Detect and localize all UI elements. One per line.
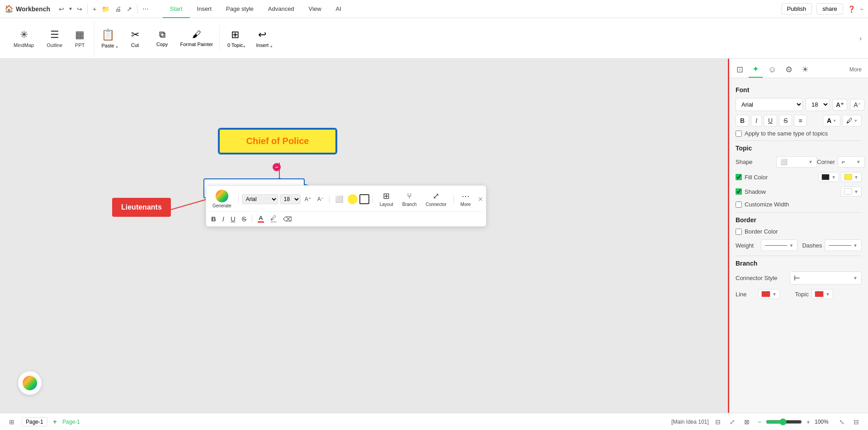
weight-select[interactable]: ───── ▼ — [761, 239, 798, 251]
sidebar-toggle-button[interactable]: ⊞ — [6, 417, 17, 426]
line-color-select[interactable]: ▼ — [758, 289, 780, 299]
cut-tool[interactable]: ✂ Cut — [122, 27, 149, 50]
fit-page-button[interactable]: ⊟ — [712, 417, 723, 426]
canvas[interactable]: Chief of Police − Lieutenants Generate A… — [0, 59, 728, 413]
tab-page-style[interactable]: Page style — [219, 0, 261, 18]
fill-color-yellow-swatch[interactable]: ▼ — [841, 172, 862, 182]
float-underline-button[interactable]: U — [228, 214, 238, 224]
fit-screen-button[interactable]: ⤡ — [836, 417, 847, 426]
shape-select[interactable]: ⬜ ▼ — [776, 156, 817, 168]
insert-tool[interactable]: ↩ Insert ▼ — [249, 27, 276, 50]
shadow-color-select[interactable]: ▼ — [841, 187, 862, 196]
float-eraser-button[interactable]: ⌫ — [281, 214, 294, 224]
underline-button[interactable]: U — [764, 115, 777, 126]
fill-color-checkbox[interactable] — [736, 174, 742, 180]
ppt-view-button[interactable]: ▦ PPT — [70, 26, 90, 51]
border-color-checkbox[interactable] — [736, 229, 742, 235]
apply-same-type-checkbox[interactable] — [736, 131, 742, 137]
float-layout-item[interactable]: ⊞ Layout — [376, 190, 397, 208]
mindmap-view-button[interactable]: ✳ MindMap — [8, 26, 39, 51]
current-page-label[interactable]: Page-1 — [62, 419, 80, 425]
lt-node[interactable]: Lieutenants — [112, 198, 171, 217]
float-bold-button[interactable]: B — [209, 214, 218, 224]
connector-style-select[interactable]: ⊢ ▼ — [790, 271, 862, 285]
view-toggle-button[interactable]: ⊠ — [741, 417, 752, 426]
shadow-checkbox[interactable] — [736, 188, 742, 195]
tab-start[interactable]: Start — [163, 0, 189, 18]
pen-color-bar — [270, 221, 277, 223]
print[interactable]: 🖨 — [113, 4, 123, 14]
panel-tab-settings[interactable]: ⚙ — [782, 62, 796, 77]
open-file[interactable]: 📁 — [99, 4, 112, 14]
customize-width-checkbox[interactable] — [736, 201, 742, 208]
expand-button[interactable]: ⊟ — [851, 417, 862, 426]
format-painter-tool[interactable]: 🖌 Format Painter — [176, 28, 218, 49]
tab-insert[interactable]: Insert — [190, 0, 219, 18]
export[interactable]: ↗ — [124, 4, 134, 14]
fill-color-black-swatch[interactable]: ▼ — [818, 172, 839, 182]
copy-tool[interactable]: ⧉ Copy — [149, 28, 176, 49]
zoom-slider[interactable] — [766, 418, 802, 425]
tab-ai[interactable]: AI — [329, 0, 349, 18]
font-increase-btn[interactable]: A⁺ — [832, 99, 847, 111]
float-font-color-button[interactable]: A — [255, 214, 266, 224]
bold-button[interactable]: B — [736, 115, 749, 126]
publish-button[interactable]: Publish — [781, 3, 812, 14]
pen-button[interactable]: 🖊 ▼ — [842, 115, 862, 126]
chief-node[interactable]: Chief of Police — [219, 129, 336, 154]
panel-more-button[interactable]: More — [847, 65, 864, 75]
topic-color-select[interactable]: ▼ — [811, 289, 833, 299]
float-size-select[interactable]: 18 — [280, 194, 301, 204]
float-fill-button[interactable] — [348, 194, 358, 204]
font-decrease-button[interactable]: A⁻ — [315, 195, 326, 203]
zoom-in-button[interactable]: + — [805, 417, 812, 426]
float-more-item[interactable]: ⋯ More — [457, 190, 475, 208]
float-strikethrough-button[interactable]: S — [240, 214, 249, 224]
float-font-select[interactable]: Arial — [242, 194, 278, 204]
minimize-button[interactable]: − — [860, 5, 863, 13]
connector-dot[interactable]: − — [273, 163, 281, 171]
italic-button[interactable]: I — [751, 115, 762, 126]
outline-view-button[interactable]: ☰ Outline — [41, 26, 68, 51]
more-topbar[interactable]: ⋯ — [140, 4, 151, 14]
float-border-button[interactable] — [359, 194, 369, 204]
font-increase-button[interactable]: A⁺ — [302, 195, 313, 203]
redo-button[interactable]: ↪ — [75, 4, 85, 14]
generate-button[interactable]: Generate — [209, 188, 235, 210]
strikethrough-button[interactable]: S — [779, 115, 792, 126]
paste-tool[interactable]: 📋 Paste ▼ — [94, 27, 122, 50]
float-branch-item[interactable]: ⑂ Branch — [399, 190, 420, 208]
tab-view[interactable]: View — [302, 0, 329, 18]
undo-button[interactable]: ↩ — [57, 4, 66, 14]
font-decrease-btn[interactable]: A⁻ — [850, 99, 864, 111]
float-connector-item[interactable]: ⤢ Connector — [422, 190, 450, 208]
font-family-select[interactable]: Arial Times New Roman — [736, 98, 803, 111]
corner-select[interactable]: ⌐ ▼ — [838, 156, 865, 168]
panel-tab-ai[interactable]: ✦ — [749, 61, 763, 78]
shape-label: Shape — [736, 159, 776, 165]
help-button[interactable]: ❓ — [848, 5, 855, 13]
float-pen-color-button[interactable]: 🖊 — [268, 214, 279, 224]
toolbar-expand-button[interactable]: › — [858, 33, 863, 44]
page-dropdown[interactable]: Page-1 — [22, 417, 47, 426]
font-color-button[interactable]: A ▼ — [823, 115, 840, 126]
panel-tab-emoji[interactable]: ☺ — [764, 62, 780, 77]
add-page-button[interactable]: + — [50, 417, 60, 427]
panel-tab-node[interactable]: ⊡ — [733, 62, 747, 77]
fullscreen-button[interactable]: ⤢ — [727, 417, 738, 426]
topic-tool[interactable]: ⊞ 0 Topic ▼ — [222, 27, 249, 50]
align-button[interactable]: ≡ — [794, 115, 807, 126]
zoom-out-button[interactable]: − — [756, 417, 763, 426]
float-italic-button[interactable]: I — [220, 214, 226, 224]
panel-tab-clock[interactable]: ☀ — [798, 62, 812, 77]
share-button[interactable]: share — [816, 3, 843, 14]
more-label: More — [461, 202, 471, 207]
float-shape-button[interactable]: ⬜ — [333, 194, 346, 204]
undo-dropdown[interactable]: ▼ — [67, 5, 74, 13]
apply-same-type-label: Apply to the same type of topics — [745, 130, 828, 137]
dashes-select[interactable]: ───── ▼ — [825, 239, 862, 251]
tab-advanced[interactable]: Advanced — [261, 0, 302, 18]
float-close-button[interactable]: ✕ — [478, 196, 483, 203]
add-page-topbar[interactable]: + — [90, 4, 99, 14]
font-size-select[interactable]: 18 12 14 16 20 24 — [806, 98, 830, 111]
